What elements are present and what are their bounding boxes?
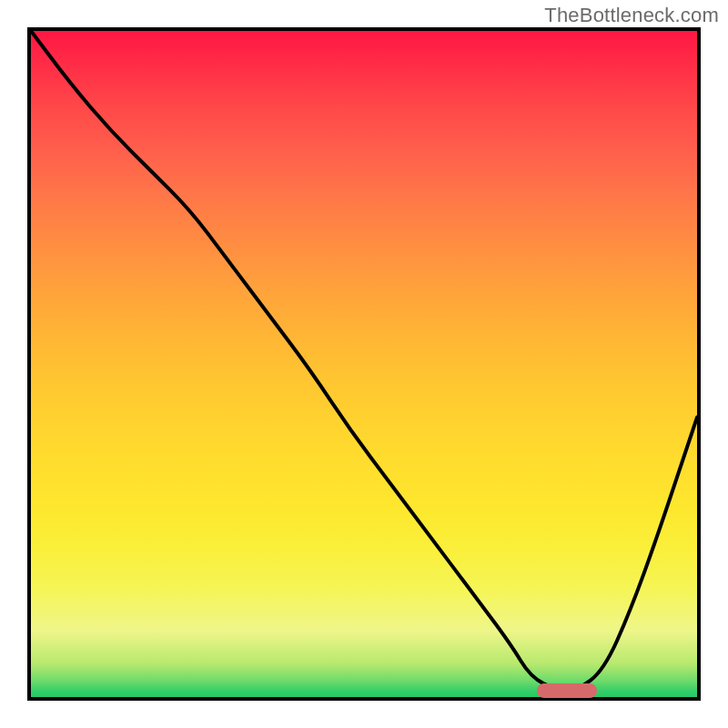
plot-area bbox=[27, 27, 701, 701]
chart-stage: TheBottleneck.com bbox=[0, 0, 728, 728]
sweet-spot-marker bbox=[537, 683, 597, 698]
bottleneck-curve bbox=[31, 31, 697, 697]
watermark-label: TheBottleneck.com bbox=[544, 4, 719, 27]
